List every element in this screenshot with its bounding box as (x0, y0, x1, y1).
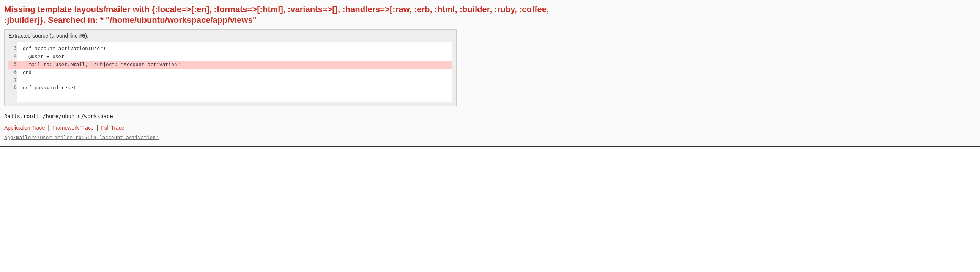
source-line: 5 mail to: user.email, subject: "Account… (8, 61, 452, 69)
error-title: Missing template layouts/mailer with {:l… (4, 4, 589, 26)
line-number: 7 (8, 77, 17, 84)
line-number: 8 (8, 84, 17, 92)
framework-trace-tab[interactable]: Framework Trace (52, 125, 94, 131)
line-number: 6 (8, 69, 17, 77)
line-code: def password_reset (17, 84, 452, 92)
line-code: end (17, 69, 452, 77)
trace-separator: | (46, 125, 51, 131)
rails-error-page: Missing template layouts/mailer with {:l… (0, 0, 980, 147)
application-trace-content: app/mailers/user_mailer.rb:5:in `account… (4, 134, 975, 140)
source-line: 4 @user = user (8, 53, 452, 61)
source-line: 6 end (8, 69, 452, 77)
line-number: 4 (8, 53, 17, 61)
trace-separator: | (95, 125, 100, 131)
source-line: 8 def password_reset (8, 84, 452, 92)
application-trace-tab[interactable]: Application Trace (4, 125, 45, 131)
line-number: 5 (8, 61, 17, 69)
trace-line-link[interactable]: app/mailers/user_mailer.rb:5:in `account… (4, 134, 159, 140)
rails-root-path: Rails.root: /home/ubuntu/workspace (4, 113, 975, 119)
source-line: 7 (8, 77, 452, 84)
source-line: 3 def account_activation(user) (8, 45, 452, 53)
extracted-source-label-suffix: ): (85, 33, 88, 39)
extracted-source-label: Extracted source (around line #5): (8, 33, 452, 39)
line-code: def account_activation(user) (17, 45, 452, 53)
full-trace-tab[interactable]: Full Trace (101, 125, 124, 131)
line-number: 3 (8, 45, 17, 53)
line-code (17, 77, 452, 84)
extracted-source-line-number: #5 (80, 33, 85, 39)
extracted-source-box: Extracted source (around line #5): 3 def… (4, 29, 457, 106)
line-code: @user = user (17, 53, 452, 61)
extracted-source-label-prefix: Extracted source (around line (8, 33, 80, 39)
line-code: mail to: user.email, subject: "Account a… (17, 61, 452, 69)
source-code-table: 3 def account_activation(user)4 @user = … (8, 42, 452, 102)
trace-tabs: Application Trace | Framework Trace | Fu… (4, 125, 975, 131)
